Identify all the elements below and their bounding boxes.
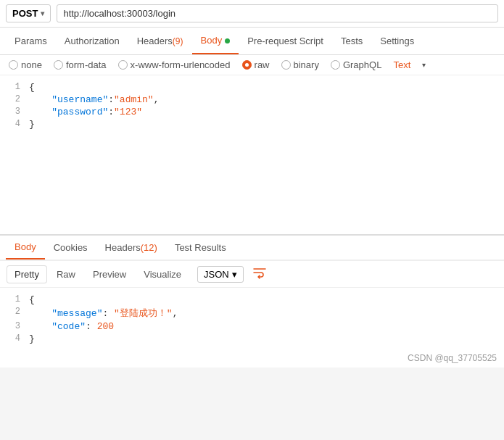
radio-raw	[242, 60, 252, 70]
response-section: Body Cookies Headers(12) Test Results Pr…	[0, 235, 504, 368]
text-format-dropdown-icon[interactable]: ▾	[422, 61, 426, 69]
body-active-dot	[225, 38, 230, 43]
tab-body[interactable]: Body	[192, 28, 239, 54]
tab-pre-request[interactable]: Pre-request Script	[239, 28, 332, 54]
body-type-raw[interactable]: raw	[242, 59, 270, 70]
req-line-1: 1 {	[0, 81, 504, 94]
resp-line-4: 4 }	[0, 333, 504, 345]
body-type-row: none form-data x-www-form-urlencoded raw…	[0, 55, 504, 75]
body-type-form-data[interactable]: form-data	[54, 59, 107, 70]
req-line-3: 3 "password":"123"	[0, 106, 504, 118]
req-line-4: 4 }	[0, 118, 504, 130]
radio-graphql	[331, 60, 340, 70]
tab-authorization[interactable]: Authorization	[56, 28, 128, 54]
resp-tab-headers[interactable]: Headers(12)	[96, 236, 166, 259]
method-label: POST	[12, 8, 38, 19]
resp-tab-test-results[interactable]: Test Results	[166, 236, 235, 259]
resp-raw-btn[interactable]: Raw	[49, 266, 83, 283]
tab-tests[interactable]: Tests	[332, 28, 371, 54]
tab-settings[interactable]: Settings	[371, 28, 423, 54]
resp-tab-body[interactable]: Body	[6, 236, 45, 260]
req-line-2: 2 "username":"admin",	[0, 94, 504, 106]
body-type-graphql[interactable]: GraphQL	[331, 59, 381, 70]
resp-visualize-btn[interactable]: Visualize	[136, 266, 189, 283]
resp-format-dropdown[interactable]: JSON ▾	[197, 266, 244, 283]
text-format-label: Text	[393, 59, 410, 70]
resp-pretty-btn[interactable]: Pretty	[7, 266, 46, 283]
request-tab-bar: Params Authorization Headers(9) Body Pre…	[0, 28, 504, 55]
resp-format-chevron-icon: ▾	[232, 269, 237, 280]
radio-form-data	[54, 60, 63, 70]
resp-tab-cookies[interactable]: Cookies	[45, 236, 96, 259]
body-type-binary[interactable]: binary	[281, 59, 319, 70]
radio-none	[9, 60, 18, 70]
resp-format-label: JSON	[204, 269, 229, 280]
request-body-editor[interactable]: 1 { 2 "username":"admin", 3 "password":"…	[0, 75, 504, 235]
resp-preview-btn[interactable]: Preview	[86, 266, 133, 283]
url-bar: POST ▾	[0, 0, 504, 28]
radio-urlencoded	[118, 60, 128, 70]
resp-wrap-icon[interactable]	[252, 265, 267, 283]
radio-binary	[281, 60, 291, 70]
body-type-none[interactable]: none	[9, 59, 42, 70]
response-tab-bar: Body Cookies Headers(12) Test Results	[0, 235, 504, 261]
tab-headers[interactable]: Headers(9)	[128, 28, 192, 54]
method-chevron-icon: ▾	[41, 9, 44, 17]
body-type-urlencoded[interactable]: x-www-form-urlencoded	[118, 59, 231, 70]
watermark: CSDN @qq_37705525	[408, 353, 497, 363]
resp-line-1: 1 {	[0, 294, 504, 306]
resp-line-3: 3 "code": 200	[0, 320, 504, 333]
url-input[interactable]	[57, 4, 498, 22]
response-toolbar: Pretty Raw Preview Visualize JSON ▾	[0, 261, 504, 288]
resp-line-2: 2 "message": "登陆成功！",	[0, 306, 504, 320]
method-select[interactable]: POST ▾	[6, 4, 51, 22]
tab-params[interactable]: Params	[6, 28, 56, 54]
